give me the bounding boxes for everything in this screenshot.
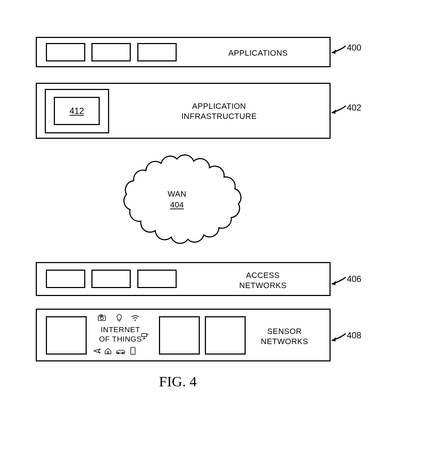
app-box-1 [46,43,85,61]
sensor-ref: 408 [347,330,361,340]
bulb-icon [116,314,123,324]
infrastructure-layer: 412 APPLICATION INFRASTRUCTURE [36,83,331,139]
phone-icon [130,347,136,357]
infra-inner-ref: 412 [69,106,84,116]
svg-rect-9 [107,352,109,354]
infrastructure-leader-arrow [331,105,347,116]
figure-4: APPLICATIONS 400 412 APPLICATION INFRAST… [0,0,448,476]
infrastructure-ref: 402 [347,103,361,113]
wifi-icon [131,315,139,323]
iot-label: INTERNET OF THINGS [99,325,142,344]
access-box-1 [46,270,85,288]
car-icon [115,348,126,356]
access-box-2 [91,270,131,288]
app-box-2 [91,43,131,61]
sensor-box-1 [46,316,87,355]
wan-cloud: WAN 404 [108,153,246,246]
access-label: ACCESS NETWORKS [239,270,287,290]
svg-rect-2 [100,315,102,316]
svg-point-1 [100,317,103,320]
access-ref: 406 [347,274,361,284]
wan-label: WAN [168,189,186,199]
plane-icon [93,347,101,356]
cctv-icon [141,333,149,341]
applications-ref: 400 [347,43,361,53]
infra-inner-box: 412 [54,97,100,125]
svg-point-13 [133,353,133,354]
app-box-3 [137,43,177,61]
camera-icon [98,314,106,323]
iot-cluster: INTERNET OF THINGS [91,314,156,358]
access-box-3 [137,270,177,288]
sensor-leader-arrow [331,333,347,343]
sensor-box-2 [159,316,200,355]
access-leader-arrow [331,276,347,287]
sensor-layer: SENSOR NETWORKS INTERNET OF THINGS [36,309,331,361]
svg-rect-5 [142,334,147,336]
applications-label: APPLICATIONS [228,48,288,58]
applications-layer: APPLICATIONS [36,37,331,67]
infrastructure-label: APPLICATION INFRASTRUCTURE [181,101,257,121]
wan-cloud-text: WAN 404 [108,153,246,246]
applications-leader-arrow [331,45,347,56]
sensor-label: SENSOR NETWORKS [261,326,308,346]
house-icon [104,347,112,356]
access-layer: ACCESS NETWORKS [36,262,331,296]
wan-ref: 404 [170,200,184,210]
sensor-box-3 [205,316,246,355]
svg-point-4 [134,320,136,321]
figure-caption: FIG. 4 [159,373,197,390]
